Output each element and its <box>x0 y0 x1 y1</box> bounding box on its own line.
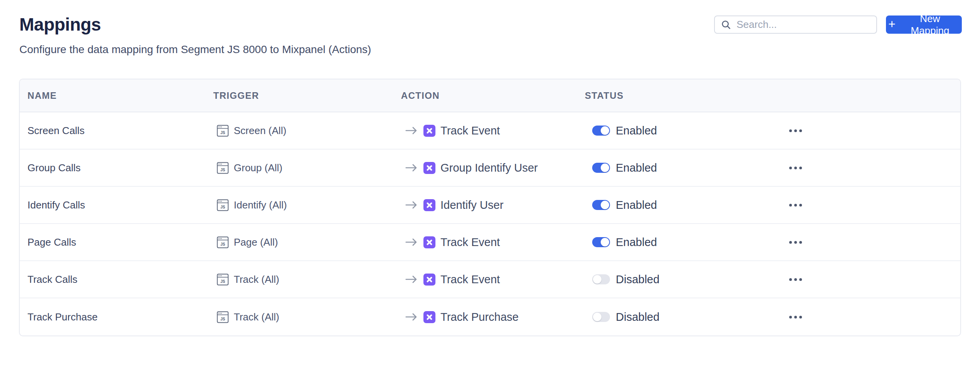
mapping-name: Group Calls <box>20 162 213 174</box>
mixpanel-icon <box>423 274 435 286</box>
mappings-table: NAME TRIGGER ACTION STATUS Screen Calls … <box>19 79 961 336</box>
row-menu-button[interactable] <box>787 200 804 210</box>
search-icon <box>721 20 731 30</box>
menu-cell <box>771 126 960 136</box>
svg-text:JS: JS <box>220 279 225 283</box>
table-body: Screen Calls JS Screen (All) <box>20 112 960 336</box>
arrow-right-icon <box>405 163 418 172</box>
status-cell: Enabled <box>585 162 771 174</box>
js-source-window-icon: JS <box>217 311 229 323</box>
plus-icon: + <box>888 18 896 30</box>
column-header-name: NAME <box>20 90 213 101</box>
arrow-right-icon <box>405 200 418 210</box>
row-menu-button[interactable] <box>787 163 804 173</box>
ellipsis-icon <box>789 204 792 207</box>
search-input[interactable] <box>736 18 870 31</box>
trigger-cell: JS Track (All) <box>213 311 401 323</box>
search-box <box>714 15 877 34</box>
row-menu-button[interactable] <box>787 237 804 248</box>
page-title: Mappings <box>19 14 101 35</box>
status-label: Enabled <box>616 236 657 249</box>
status-label: Enabled <box>616 162 657 174</box>
js-source-window-icon: JS <box>217 125 229 137</box>
status-toggle[interactable] <box>592 237 610 247</box>
table-header: NAME TRIGGER ACTION STATUS <box>20 79 960 112</box>
action-label: Identify User <box>440 199 504 212</box>
ellipsis-icon <box>789 129 792 132</box>
action-label: Track Event <box>440 124 500 137</box>
trigger-cell: JS Group (All) <box>213 162 401 174</box>
mixpanel-icon <box>423 162 435 174</box>
ellipsis-icon <box>789 316 792 318</box>
action-cell: Track Event <box>401 236 585 249</box>
action-cell: Track Event <box>401 124 585 137</box>
mapping-name: Page Calls <box>20 236 213 248</box>
table-row: Identify Calls JS Identify (All) <box>20 187 960 224</box>
mixpanel-icon <box>423 311 435 323</box>
trigger-cell: JS Screen (All) <box>213 125 401 137</box>
status-toggle[interactable] <box>592 126 610 136</box>
new-mapping-label: New Mapping <box>901 13 959 37</box>
arrow-right-icon <box>405 275 418 284</box>
status-toggle[interactable] <box>592 163 610 173</box>
status-toggle[interactable] <box>592 200 610 210</box>
new-mapping-button[interactable]: + New Mapping <box>886 15 962 34</box>
ellipsis-icon <box>789 241 792 244</box>
status-label: Enabled <box>616 199 657 212</box>
action-cell: Track Event <box>401 273 585 286</box>
column-header-trigger: TRIGGER <box>213 90 401 101</box>
action-cell: Track Purchase <box>401 311 585 324</box>
table-row: Track Calls JS Track (All) <box>20 261 960 298</box>
mapping-name: Screen Calls <box>20 125 213 137</box>
table-row: Screen Calls JS Screen (All) <box>20 112 960 150</box>
toggle-knob <box>593 275 601 284</box>
mixpanel-icon <box>423 236 435 248</box>
trigger-cell: JS Page (All) <box>213 236 401 248</box>
menu-cell <box>771 200 960 210</box>
status-toggle[interactable] <box>592 274 610 284</box>
table-row: Page Calls JS Page (All) <box>20 224 960 261</box>
trigger-label: Track (All) <box>234 274 279 286</box>
trigger-label: Group (All) <box>234 162 283 174</box>
ellipsis-icon <box>789 167 792 169</box>
action-label: Track Purchase <box>440 311 519 324</box>
js-source-window-icon: JS <box>217 274 229 286</box>
status-cell: Enabled <box>585 236 771 249</box>
mapping-name: Identify Calls <box>20 199 213 211</box>
action-label: Track Event <box>440 273 500 286</box>
menu-cell <box>771 274 960 285</box>
column-header-action: ACTION <box>401 90 585 101</box>
toggle-knob <box>601 238 609 246</box>
mapping-name: Track Calls <box>20 274 213 286</box>
js-source-window-icon: JS <box>217 162 229 174</box>
svg-text:JS: JS <box>220 317 225 321</box>
status-label: Enabled <box>616 124 657 137</box>
svg-text:JS: JS <box>220 130 225 134</box>
table-row: Track Purchase JS Track (All) <box>20 298 960 336</box>
action-label: Group Identify User <box>440 162 538 174</box>
svg-text:JS: JS <box>220 167 225 172</box>
row-menu-button[interactable] <box>787 126 804 136</box>
row-menu-button[interactable] <box>787 312 804 322</box>
trigger-label: Track (All) <box>234 311 279 323</box>
status-label: Disabled <box>616 311 660 324</box>
menu-cell <box>771 163 960 173</box>
toggle-knob <box>593 313 601 321</box>
toggle-knob <box>601 201 609 209</box>
table-row: Group Calls JS Group (All) <box>20 150 960 187</box>
trigger-label: Page (All) <box>234 236 278 248</box>
svg-text:JS: JS <box>220 205 225 209</box>
trigger-label: Identify (All) <box>234 199 287 211</box>
status-cell: Disabled <box>585 273 771 286</box>
trigger-cell: JS Track (All) <box>213 274 401 286</box>
arrow-right-icon <box>405 312 418 322</box>
status-label: Disabled <box>616 273 660 286</box>
page-subtitle: Configure the data mapping from Segment … <box>19 43 371 56</box>
status-toggle[interactable] <box>592 312 610 322</box>
toggle-knob <box>601 126 609 135</box>
trigger-label: Screen (All) <box>234 125 286 137</box>
row-menu-button[interactable] <box>787 274 804 285</box>
arrow-right-icon <box>405 238 418 247</box>
svg-text:JS: JS <box>220 242 225 246</box>
js-source-window-icon: JS <box>217 236 229 248</box>
